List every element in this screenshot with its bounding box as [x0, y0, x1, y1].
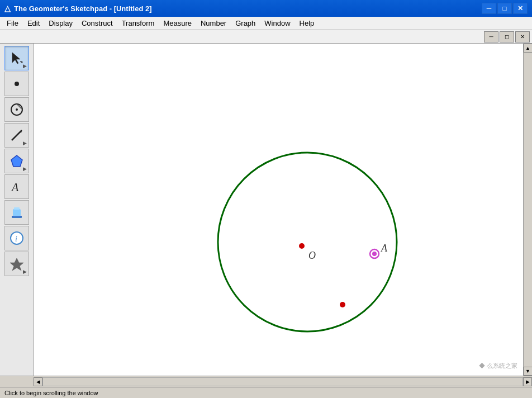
menu-edit[interactable]: Edit — [23, 17, 44, 30]
custom-tools[interactable]: ▶ — [4, 252, 29, 276]
maximize-button[interactable]: □ — [497, 3, 512, 14]
svg-marker-2 — [20, 61, 22, 63]
compass-icon — [9, 102, 25, 117]
bottom-area: ◀ ▶ — [0, 376, 532, 387]
menu-display[interactable]: Display — [44, 17, 77, 30]
scroll-right-button[interactable]: ▶ — [523, 377, 532, 386]
straightedge-arrow: ▶ — [23, 140, 27, 146]
marker-icon — [9, 205, 25, 220]
info-icon: i — [9, 230, 25, 246]
menu-measure[interactable]: Measure — [159, 17, 196, 30]
text-tool[interactable]: A — [4, 174, 29, 199]
status-bar: Click to begin scrolling the window — [0, 387, 532, 398]
menu-bar: File Edit Display Construct Transform Me… — [0, 17, 532, 30]
canvas-area[interactable]: O A ◆ 么系统之家 — [34, 44, 523, 376]
svg-marker-9 — [11, 155, 22, 167]
title-bar: △ The Geometer's Sketchpad - [Untitled 2… — [0, 0, 532, 17]
menu-graph[interactable]: Graph — [231, 17, 260, 30]
child-minimize-button[interactable]: ─ — [484, 31, 498, 42]
select-tool[interactable]: ▶ — [4, 46, 29, 70]
scroll-down-button[interactable]: ▼ — [524, 367, 533, 376]
watermark: ◆ 么系统之家 — [479, 362, 517, 370]
close-button[interactable]: ✕ — [513, 3, 528, 14]
marker-tool[interactable] — [4, 200, 29, 225]
point-a-label: A — [381, 243, 388, 254]
title-bar-left: △ The Geometer's Sketchpad - [Untitled 2… — [4, 4, 152, 13]
menu-window[interactable]: Window — [260, 17, 294, 30]
compass-tool[interactable] — [4, 97, 29, 122]
scroll-track-vertical[interactable] — [524, 53, 532, 367]
menu-transform[interactable]: Transform — [117, 17, 159, 30]
info-tool[interactable]: i — [4, 226, 29, 250]
scroll-track-horizontal[interactable] — [42, 377, 523, 386]
center-point[interactable] — [299, 243, 305, 249]
svg-point-5 — [16, 108, 18, 111]
title-bar-controls[interactable]: ─ □ ✕ — [482, 3, 528, 14]
point-icon — [9, 76, 25, 92]
svg-text:A: A — [11, 181, 19, 193]
straightedge-icon — [9, 127, 25, 143]
secondary-bar: ─ ◻ ✕ — [0, 30, 532, 44]
custom-icon — [9, 256, 25, 272]
svg-rect-13 — [14, 207, 20, 210]
point-a[interactable] — [372, 252, 377, 256]
point-tool[interactable] — [4, 72, 29, 96]
text-icon: A — [9, 179, 25, 195]
svg-marker-17 — [10, 258, 23, 271]
svg-point-3 — [15, 82, 19, 86]
menu-file[interactable]: File — [2, 17, 23, 30]
circle[interactable] — [218, 153, 397, 331]
menu-number[interactable]: Number — [196, 17, 231, 30]
polygon-icon — [9, 153, 25, 169]
scroll-left-button[interactable]: ◀ — [34, 377, 42, 386]
menu-construct[interactable]: Construct — [77, 17, 117, 30]
minimize-button[interactable]: ─ — [482, 3, 496, 14]
child-restore-button[interactable]: ◻ — [500, 31, 514, 42]
main-layout: ▶ ▶ ▶ — [0, 44, 532, 376]
svg-text:i: i — [15, 235, 17, 243]
point-b[interactable] — [340, 302, 345, 307]
custom-arrow: ▶ — [23, 269, 27, 274]
select-arrow: ▶ — [23, 63, 27, 69]
svg-rect-12 — [13, 209, 21, 216]
toolbar: ▶ ▶ ▶ — [0, 44, 34, 376]
svg-marker-0 — [12, 53, 20, 64]
polygon-tool[interactable]: ▶ — [4, 149, 29, 173]
scroll-up-button[interactable]: ▲ — [524, 44, 533, 53]
sketch-canvas[interactable]: O A — [34, 44, 523, 376]
straightedge-tool[interactable]: ▶ — [4, 123, 29, 148]
bottom-scrollbar[interactable]: ◀ ▶ — [34, 376, 532, 387]
select-icon — [9, 50, 25, 66]
window-title: The Geometer's Sketchpad - [Untitled 2] — [14, 4, 152, 13]
menu-help[interactable]: Help — [295, 17, 319, 30]
status-text: Click to begin scrolling the window — [4, 390, 98, 396]
center-label: O — [308, 250, 316, 261]
svg-line-7 — [12, 130, 22, 140]
child-close-button[interactable]: ✕ — [515, 31, 530, 42]
app-icon: △ — [4, 4, 11, 13]
right-scrollbar[interactable]: ▲ ▼ — [523, 44, 532, 376]
polygon-arrow: ▶ — [23, 166, 27, 172]
